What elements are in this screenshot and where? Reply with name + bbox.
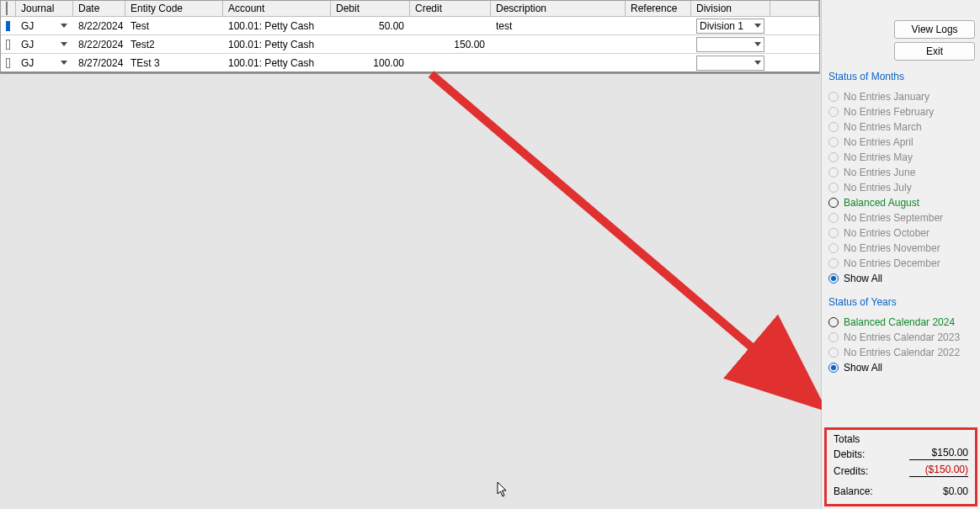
view-logs-button[interactable]: View Logs	[894, 20, 975, 39]
col-reference[interactable]: Reference	[626, 1, 691, 16]
row-debit[interactable]: 50.00	[331, 17, 410, 34]
row-credit[interactable]: 150.00	[410, 35, 491, 53]
division-select[interactable]: Division 1	[696, 19, 764, 34]
header-checkbox[interactable]	[6, 2, 8, 15]
row-journal[interactable]: GJ	[16, 54, 73, 72]
col-extra	[770, 1, 819, 16]
col-entity[interactable]: Entity Code	[125, 1, 223, 16]
row-entity[interactable]: TEst 3	[125, 54, 223, 72]
year-option[interactable]: Balanced Calendar 2024	[827, 315, 975, 330]
chevron-down-icon[interactable]	[754, 42, 761, 46]
row-reference[interactable]	[626, 17, 691, 34]
month-label: No Entries February	[844, 106, 934, 118]
row-checkbox[interactable]	[6, 21, 10, 31]
row-date[interactable]: 8/27/2024	[73, 54, 125, 72]
col-division[interactable]: Division	[691, 1, 770, 16]
row-extra	[770, 54, 819, 72]
month-label: No Entries October	[844, 227, 929, 239]
month-option: No Entries September	[827, 210, 975, 225]
month-option: No Entries October	[827, 225, 975, 241]
chevron-down-icon[interactable]	[61, 42, 67, 46]
row-division[interactable]	[691, 35, 770, 53]
row-description[interactable]	[491, 35, 626, 53]
row-date[interactable]: 8/22/2024	[73, 35, 125, 53]
month-option: No Entries July	[827, 180, 975, 195]
radio-icon[interactable]	[828, 317, 839, 327]
radio-icon	[828, 152, 839, 162]
row-entity[interactable]: Test	[125, 17, 223, 34]
row-division[interactable]	[691, 54, 770, 72]
row-reference[interactable]	[626, 35, 691, 53]
month-label: No Entries November	[844, 242, 940, 254]
chevron-down-icon[interactable]	[754, 24, 761, 28]
table-row[interactable]: GJ8/27/2024TEst 3100.01: Petty Cash100.0…	[1, 54, 819, 72]
totals-debits-value: $150.00	[909, 447, 968, 460]
row-extra	[770, 35, 819, 53]
row-credit[interactable]	[410, 17, 491, 34]
row-journal[interactable]: GJ	[16, 35, 73, 53]
col-journal[interactable]: Journal	[16, 1, 73, 16]
col-debit[interactable]: Debit	[331, 1, 410, 16]
totals-debits-label: Debits:	[834, 448, 865, 460]
chevron-down-icon[interactable]	[61, 24, 67, 28]
radio-icon	[828, 167, 839, 178]
chevron-down-icon[interactable]	[61, 61, 67, 65]
radio-icon	[828, 243, 839, 253]
row-checkbox[interactable]	[6, 40, 10, 50]
years-section-title: Status of Years	[828, 296, 975, 308]
header-checkbox-cell[interactable]	[1, 1, 16, 16]
month-label: No Entries December	[844, 257, 940, 269]
row-debit[interactable]: 100.00	[331, 54, 410, 72]
month-label: No Entries July	[844, 182, 912, 194]
row-account[interactable]: 100.01: Petty Cash	[223, 17, 331, 34]
month-label: No Entries May	[844, 151, 913, 163]
month-label: No Entries September	[844, 212, 943, 224]
radio-icon[interactable]	[828, 273, 839, 284]
row-checkbox-cell[interactable]	[1, 54, 16, 72]
radio-icon	[828, 183, 839, 193]
totals-panel: Totals Debits: $150.00 Credits: ($150.00…	[824, 427, 977, 506]
table-row[interactable]: GJ8/22/2024Test100.01: Petty Cash50.00te…	[1, 17, 819, 35]
row-checkbox-cell[interactable]	[1, 17, 16, 34]
row-debit[interactable]	[331, 35, 410, 53]
radio-icon	[828, 92, 839, 102]
row-date[interactable]: 8/22/2024	[73, 17, 125, 34]
row-checkbox[interactable]	[6, 58, 10, 68]
year-option[interactable]: Show All	[827, 360, 975, 375]
year-label: Balanced Calendar 2024	[844, 316, 955, 328]
radio-icon	[828, 332, 839, 342]
annotation-arrow	[0, 0, 822, 509]
radio-icon	[828, 213, 839, 223]
radio-icon[interactable]	[828, 363, 839, 373]
years-list: Balanced Calendar 2024No Entries Calenda…	[827, 315, 975, 375]
month-label: Show All	[844, 273, 882, 284]
table-row[interactable]: GJ8/22/2024Test2100.01: Petty Cash150.00	[1, 35, 819, 54]
row-description[interactable]	[491, 54, 626, 72]
row-entity[interactable]: Test2	[125, 35, 223, 53]
row-account[interactable]: 100.01: Petty Cash	[223, 35, 331, 53]
radio-icon[interactable]	[828, 198, 839, 208]
exit-button[interactable]: Exit	[894, 42, 975, 61]
row-account[interactable]: 100.01: Petty Cash	[223, 54, 331, 72]
month-label: No Entries March	[844, 121, 922, 133]
col-description[interactable]: Description	[491, 1, 626, 16]
chevron-down-icon[interactable]	[754, 61, 761, 65]
row-credit[interactable]	[410, 54, 491, 72]
col-credit[interactable]: Credit	[410, 1, 491, 16]
totals-balance-label: Balance:	[834, 485, 873, 497]
totals-credits-value: ($150.00)	[909, 464, 968, 477]
row-division[interactable]: Division 1	[691, 17, 770, 34]
journal-grid: Journal Date Entity Code Account Debit C…	[0, 0, 820, 74]
row-description[interactable]: test	[491, 17, 626, 34]
division-select[interactable]	[696, 56, 764, 71]
row-checkbox-cell[interactable]	[1, 35, 16, 53]
row-journal[interactable]: GJ	[16, 17, 73, 34]
month-option[interactable]: Show All	[827, 271, 975, 286]
col-date[interactable]: Date	[73, 1, 125, 16]
radio-icon	[828, 347, 839, 358]
month-option[interactable]: Balanced August	[827, 195, 975, 210]
division-select[interactable]	[696, 37, 764, 52]
month-label: No Entries June	[844, 167, 915, 178]
col-account[interactable]: Account	[223, 1, 331, 16]
row-reference[interactable]	[626, 54, 691, 72]
